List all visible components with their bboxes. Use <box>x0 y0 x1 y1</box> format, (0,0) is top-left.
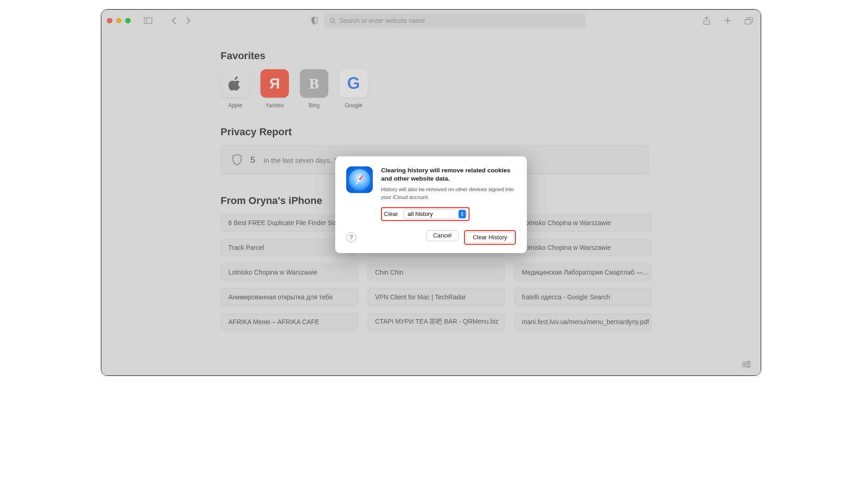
svg-line-3 <box>334 22 335 23</box>
cancel-button[interactable]: Cancel <box>426 230 458 241</box>
clear-history-highlight: Clear History <box>464 230 516 245</box>
minimize-window-button[interactable] <box>116 18 122 23</box>
plus-icon <box>724 17 731 24</box>
google-icon: G <box>339 69 368 98</box>
svg-point-11 <box>747 366 750 368</box>
svg-rect-5 <box>745 19 751 24</box>
apple-icon <box>221 69 249 98</box>
clear-range-highlight: Clear all history ▲▼ <box>381 207 470 221</box>
iphone-tab-item[interactable]: Lotnisko Chopina w Warszawie <box>221 264 358 281</box>
zoom-window-button[interactable] <box>125 18 131 23</box>
chevron-left-icon <box>171 17 176 24</box>
iphone-tab-item[interactable]: Анимированная открытка для тебя <box>221 288 358 306</box>
iphone-tab-item[interactable]: Медицинская Лаборатория Смартлаб —… <box>514 264 652 281</box>
iphone-tab-item[interactable]: fratelli одесса - Google Search <box>514 288 652 306</box>
svg-point-2 <box>330 18 334 22</box>
sliders-icon <box>741 361 752 368</box>
close-window-button[interactable] <box>107 18 112 23</box>
svg-point-9 <box>744 364 746 366</box>
dialog-subtitle: History will also be removed on other de… <box>381 186 516 200</box>
share-button[interactable] <box>700 14 713 27</box>
iphone-tab-item[interactable]: mani.fest.lviv.ua/menu/menu_bernardyny.p… <box>514 313 652 331</box>
search-icon <box>330 18 336 24</box>
favorite-yandex[interactable]: Я Yandex <box>260 69 289 109</box>
customize-start-page-button[interactable] <box>741 361 752 368</box>
share-icon <box>703 17 710 25</box>
titlebar: Search or enter website name <box>101 10 761 32</box>
clear-label: Clear <box>384 210 398 217</box>
iphone-tab-item[interactable]: VPN Client for Mac | TechRadar <box>367 288 505 306</box>
dropdown-value: all history <box>408 210 433 217</box>
iphone-tab-item[interactable]: AFRIKA Меню – AFRIKA CAFE <box>221 313 358 331</box>
stepper-arrows-icon: ▲▼ <box>459 210 466 218</box>
favorites-row: Apple Я Yandex B Bing G Google <box>221 69 641 109</box>
svg-point-7 <box>747 361 750 364</box>
safari-window: Search or enter website name Favorites A… <box>101 9 761 376</box>
favorites-heading: Favorites <box>221 50 641 62</box>
bing-icon: B <box>300 69 328 98</box>
tabs-icon <box>745 17 753 24</box>
safari-app-icon <box>346 166 373 193</box>
search-placeholder: Search or enter website name <box>339 17 425 24</box>
shield-icon <box>232 154 242 166</box>
iphone-tab-item[interactable]: Chin Chin <box>367 264 505 281</box>
address-search-field[interactable]: Search or enter website name <box>324 14 586 28</box>
svg-rect-0 <box>144 18 152 24</box>
clear-history-dialog: Clearing history will remove related coo… <box>335 156 527 253</box>
new-tab-button[interactable] <box>721 14 734 27</box>
favorite-google[interactable]: G Google <box>339 69 368 109</box>
dialog-title: Clearing history will remove related coo… <box>381 166 516 183</box>
clear-range-dropdown[interactable]: all history ▲▼ <box>404 209 467 219</box>
iphone-tab-item[interactable]: Lotnisko Chopina w Warszawie <box>514 239 652 256</box>
privacy-heading: Privacy Report <box>221 126 641 138</box>
favorite-bing[interactable]: B Bing <box>299 69 329 109</box>
chevron-right-icon <box>186 17 191 24</box>
clear-history-button[interactable]: Clear History <box>466 232 514 243</box>
iphone-tab-item[interactable]: СТАРІ МУРИ TEA 茶吧 BAR - QRMenu.biz <box>367 313 505 331</box>
iphone-tab-item[interactable]: Lotnisko Chopina w Warszawie <box>514 214 652 231</box>
forward-button[interactable] <box>182 14 195 27</box>
shield-half-icon <box>311 17 318 25</box>
tracker-count: 5 <box>250 155 255 165</box>
help-button[interactable]: ? <box>346 232 356 242</box>
tab-overview-button[interactable] <box>742 14 755 27</box>
favorite-apple[interactable]: Apple <box>221 69 250 109</box>
sidebar-icon <box>144 17 152 24</box>
back-button[interactable] <box>167 14 180 27</box>
sidebar-toggle-button[interactable] <box>142 14 155 27</box>
window-controls <box>107 18 131 23</box>
yandex-icon: Я <box>260 69 289 98</box>
privacy-shield-button[interactable] <box>310 16 320 26</box>
